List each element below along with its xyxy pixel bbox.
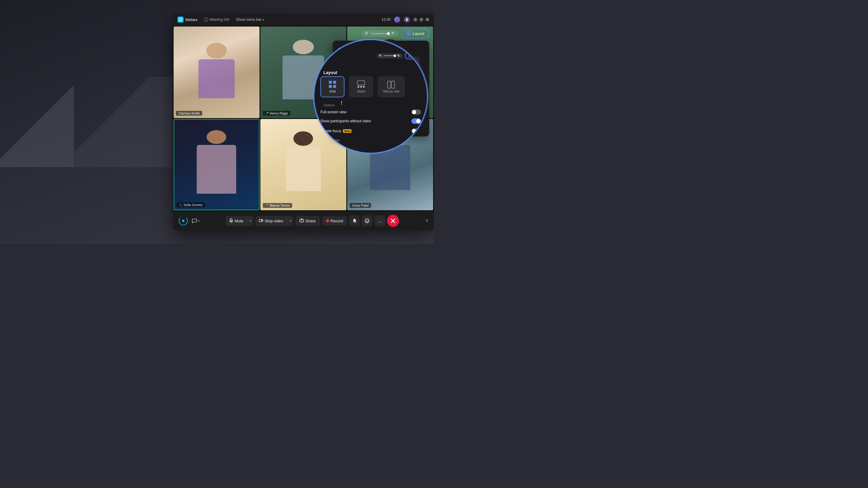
svg-point-11	[365, 219, 369, 223]
chevron-down-icon: ▾	[262, 18, 264, 22]
svg-rect-3	[409, 31, 410, 33]
circle-cursor: ↑	[340, 99, 343, 107]
video-camera-icon	[259, 218, 263, 224]
title-bar: Webex i Meeting info Show menu bar ▾ 12:…	[173, 13, 434, 26]
reaction-button[interactable]	[362, 216, 373, 226]
bg-decoration-1	[0, 77, 74, 167]
share-icon	[300, 218, 304, 224]
meeting-info-icon: i	[204, 18, 208, 22]
time-display: 12:40	[381, 18, 391, 22]
svg-rect-5	[409, 33, 410, 35]
svg-point-12	[366, 220, 367, 221]
bg-decoration-2	[74, 77, 173, 167]
control-right: 5	[424, 219, 428, 223]
more-options-icon: ...	[378, 218, 382, 224]
circle-grid-option: Grid	[320, 76, 344, 97]
circle-people-focus-label: People focus	[320, 129, 341, 133]
circle-fullscreen-row: Full-screen view	[320, 109, 421, 115]
svg-rect-37	[358, 86, 359, 88]
search-icon-right: 🔍	[391, 32, 396, 36]
participants-count: 5	[426, 219, 428, 223]
circle-zoom-slider	[384, 56, 396, 56]
mute-arrow-button[interactable]: ▾	[247, 216, 253, 226]
mute-main-button[interactable]: Mute	[225, 216, 247, 226]
name-label-umar: Umar Patel	[350, 203, 371, 208]
svg-point-0	[179, 18, 182, 22]
circle-stack-option: Stack	[349, 76, 373, 97]
show-menu-button[interactable]: Show menu bar ▾	[236, 18, 264, 22]
circle-people-focus-row: People focus Beta	[320, 128, 421, 134]
stop-video-split-button[interactable]: Stop video ▾	[255, 216, 293, 226]
stop-video-main-button[interactable]: Stop video	[255, 216, 287, 226]
layout-btn-icon	[406, 31, 411, 36]
title-bar-left: Webex i Meeting info Show menu bar ▾	[178, 17, 264, 23]
circle-layout-title: Layout	[323, 70, 337, 75]
hand-raise-button[interactable]	[349, 216, 360, 226]
chat-button[interactable]: ▾	[190, 217, 201, 225]
video-tile-clarissa: Clarissa Smith	[174, 27, 259, 118]
close-button[interactable]: ✕	[426, 18, 429, 22]
circle-search-icon: 🔍	[379, 54, 382, 58]
control-left: ▾	[179, 216, 201, 225]
circle-search-icon-right: 🔍	[397, 54, 401, 58]
search-bar[interactable]: 🔍 🔍	[362, 30, 399, 37]
svg-rect-4	[406, 33, 408, 35]
desktop-background: Webex i Meeting info Show menu bar ▾ 12:…	[0, 0, 434, 244]
activity-dot	[182, 220, 184, 222]
mute-split-button[interactable]: Mute ▾	[225, 216, 254, 226]
circle-search: 🔍 🔍	[376, 53, 403, 59]
share-button[interactable]: Share	[296, 216, 320, 226]
meeting-info-label: Meeting info	[210, 18, 229, 22]
mute-label: Mute	[235, 219, 244, 223]
svg-rect-39	[363, 86, 365, 88]
top-controls: 🔍 🔍 Layout	[362, 29, 429, 38]
circle-layout-btn: Layo	[405, 52, 424, 59]
zoom-slider[interactable]	[371, 33, 390, 34]
activity-indicator	[179, 216, 188, 225]
name-label-sofia: 🎧 Sofia Gomez	[177, 202, 205, 207]
maximize-button[interactable]: □	[420, 18, 423, 22]
clarissa-name: Clarissa Smith	[179, 111, 200, 115]
umar-name: Umar Patel	[352, 204, 369, 207]
svg-rect-36	[358, 81, 365, 85]
svg-rect-8	[259, 219, 261, 222]
svg-rect-6	[230, 219, 232, 221]
svg-rect-2	[406, 31, 408, 33]
circle-side-by-side-option: Side by side	[378, 76, 405, 97]
title-bar-right: 12:40 ─ □ ✕	[381, 17, 429, 23]
record-button[interactable]: Record	[322, 216, 347, 226]
svg-rect-31	[410, 56, 412, 57]
meeting-info-button[interactable]: i Meeting info	[202, 17, 231, 23]
stop-video-label: Stop video	[265, 219, 283, 223]
window-controls: ─ □ ✕	[413, 18, 429, 22]
circle-show-participants-row: Show participants without video	[320, 119, 421, 124]
person-figure-sofia	[189, 128, 244, 210]
layout-button[interactable]: Layout	[401, 29, 429, 38]
minimize-button[interactable]: ─	[413, 18, 417, 22]
share-label: Share	[305, 219, 316, 223]
control-bar: ▾ Mute	[173, 211, 434, 230]
layout-btn-label: Layout	[412, 31, 424, 36]
end-call-button[interactable]	[387, 215, 399, 227]
circle-show-participants-label: Show participants without video	[320, 119, 371, 123]
name-label-henry: 🎤 Henry Riggs	[263, 111, 290, 116]
record-label: Record	[331, 219, 343, 223]
video-tile-sofia: 🎧 Sofia Gomez	[174, 119, 259, 210]
stop-video-arrow-button[interactable]: ▾	[287, 216, 293, 226]
microphone-icon	[229, 218, 233, 224]
more-options-button[interactable]: ...	[374, 216, 385, 226]
name-label-marise: 🎤 Marise Torres	[263, 203, 292, 208]
name-label-clarissa: Clarissa Smith	[176, 111, 202, 116]
search-icon: 🔍	[365, 32, 370, 36]
mic-muted-icon-henry: 🎤	[265, 112, 269, 115]
svg-rect-33	[333, 81, 336, 84]
circle-show-participants-toggle	[411, 119, 421, 124]
person-figure-clarissa	[191, 40, 242, 118]
circle-fullscreen-label: Full-screen view	[320, 110, 347, 114]
magnified-circle: 🔍 🔍 Layo Layout	[313, 39, 428, 154]
control-center: Mute ▾ Stop video	[201, 215, 424, 227]
svg-rect-32	[329, 81, 332, 84]
show-menu-label: Show menu bar	[236, 18, 261, 22]
circle-names-row: es in videos	[320, 138, 339, 142]
svg-point-1	[406, 19, 407, 20]
